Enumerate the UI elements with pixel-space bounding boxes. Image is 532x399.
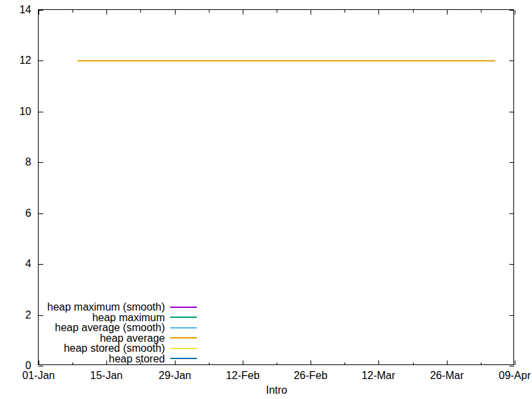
legend-row: heap maximum (smooth) (39, 302, 197, 313)
x-tick-major-top (175, 10, 176, 15)
x-tick-minor-top (344, 10, 345, 13)
legend-row: heap stored (39, 354, 197, 364)
y-tick-label: 6 (2, 207, 31, 219)
y-tick-major (39, 213, 43, 214)
legend-line-sample (170, 327, 197, 329)
x-axis-label: Intro (39, 384, 515, 396)
legend-label: heap average (100, 333, 165, 343)
legend-line-sample (170, 358, 197, 359)
y-tick-major-right (509, 264, 514, 265)
y-tick-major-right (509, 213, 514, 214)
legend-label: heap stored (smooth) (64, 343, 165, 353)
legend-row: heap maximum (39, 313, 197, 323)
x-tick-minor (72, 362, 73, 365)
x-tick-minor-top (481, 10, 481, 13)
x-tick-minor (344, 362, 345, 365)
x-tick-minor (209, 362, 209, 365)
y-tick-major-right (509, 366, 514, 366)
y-tick-label: 0 (2, 360, 31, 372)
legend-row: heap average (39, 333, 197, 344)
x-tick-minor (481, 362, 481, 365)
y-tick-major (39, 366, 43, 366)
x-tick-major (311, 360, 311, 365)
x-tick-minor (140, 362, 141, 365)
x-tick-major-top (515, 10, 515, 15)
x-tick-major-top (447, 10, 448, 15)
x-tick-major (106, 360, 107, 365)
x-tick-major (243, 360, 243, 365)
legend-row: heap average (smooth) (39, 323, 197, 333)
y-tick-label: 14 (2, 4, 31, 16)
x-tick-label: 26-Mar (430, 370, 464, 382)
chart: heap maximum (smooth)heap maximumheap av… (0, 0, 532, 399)
x-tick-label: 09-Apr (499, 370, 531, 382)
x-tick-major (378, 360, 379, 365)
x-tick-major (39, 360, 39, 365)
legend-line-sample (170, 337, 197, 338)
x-tick-minor (277, 362, 277, 365)
x-tick-label: 12-Feb (226, 370, 260, 382)
y-tick-label: 2 (2, 309, 31, 321)
x-tick-minor-top (72, 10, 73, 13)
legend-line-sample (170, 317, 197, 318)
y-tick-major-right (509, 112, 514, 112)
y-tick-major (39, 162, 43, 163)
x-tick-major (175, 360, 176, 365)
x-tick-label: 29-Jan (159, 370, 192, 382)
y-tick-major-right (509, 162, 514, 163)
y-tick-label: 8 (2, 156, 31, 168)
legend-line-sample (170, 307, 197, 308)
x-tick-label: 15-Jan (90, 370, 123, 382)
x-tick-major-top (243, 10, 243, 15)
x-tick-label: 12-Mar (362, 370, 396, 382)
x-tick-label: 26-Feb (294, 370, 328, 382)
legend-label: heap stored (108, 354, 165, 364)
legend: heap maximum (smooth)heap maximumheap av… (39, 302, 197, 364)
x-tick-major (447, 360, 448, 365)
legend-label: heap maximum (92, 313, 165, 323)
legend-row: heap stored (smooth) (39, 343, 197, 354)
y-tick-major (39, 10, 43, 11)
x-tick-major-top (39, 10, 39, 15)
y-tick-label: 12 (2, 55, 31, 66)
plot-area: heap maximum (smooth)heap maximumheap av… (38, 9, 514, 365)
x-tick-major-top (378, 10, 379, 15)
legend-label: heap maximum (smooth) (47, 302, 165, 312)
y-tick-label: 10 (2, 106, 31, 118)
x-tick-major (515, 360, 515, 365)
x-tick-minor-top (413, 10, 414, 13)
x-tick-major-top (106, 10, 107, 15)
x-tick-minor-top (140, 10, 141, 13)
x-tick-minor-top (277, 10, 277, 13)
y-tick-major-right (509, 61, 514, 61)
y-tick-major (39, 264, 43, 265)
y-tick-major-right (509, 10, 514, 11)
legend-label: heap average (smooth) (55, 323, 165, 332)
x-tick-minor (413, 362, 414, 365)
y-tick-major-right (509, 315, 514, 316)
y-tick-major (39, 61, 43, 61)
x-tick-minor-top (209, 10, 209, 13)
y-tick-major (39, 315, 43, 316)
y-tick-major (39, 112, 43, 112)
y-tick-label: 4 (2, 258, 31, 270)
legend-line-sample (170, 348, 197, 349)
x-tick-major-top (311, 10, 311, 15)
